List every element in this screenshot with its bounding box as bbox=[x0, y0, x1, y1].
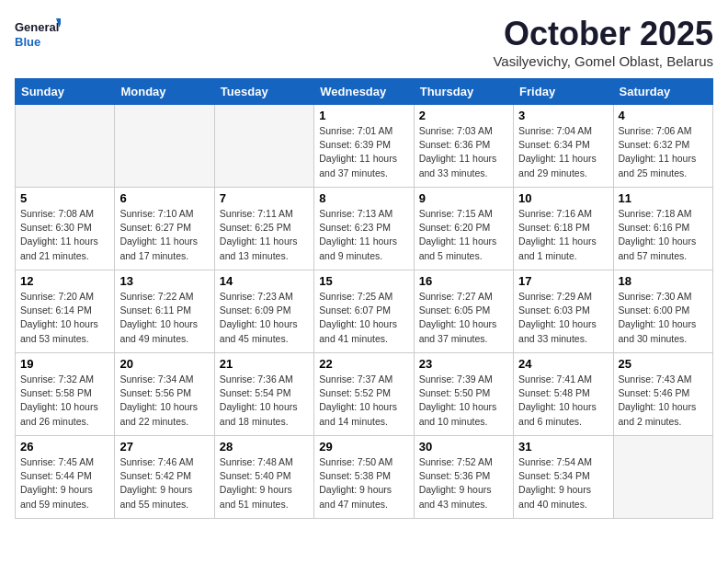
calendar-cell: 8Sunrise: 7:13 AM Sunset: 6:23 PM Daylig… bbox=[314, 188, 414, 270]
day-number: 11 bbox=[619, 191, 708, 205]
calendar-cell: 27Sunrise: 7:46 AM Sunset: 5:42 PM Dayli… bbox=[115, 436, 214, 519]
month-title: October 2025 bbox=[493, 15, 713, 53]
calendar-cell: 7Sunrise: 7:11 AM Sunset: 6:25 PM Daylig… bbox=[214, 188, 313, 270]
calendar-cell: 18Sunrise: 7:30 AM Sunset: 6:00 PM Dayli… bbox=[613, 270, 712, 353]
calendar-cell: 28Sunrise: 7:48 AM Sunset: 5:40 PM Dayli… bbox=[214, 436, 313, 519]
day-number: 29 bbox=[319, 440, 408, 454]
calendar-cell: 13Sunrise: 7:22 AM Sunset: 6:11 PM Dayli… bbox=[115, 270, 214, 353]
day-info: Sunrise: 7:27 AM Sunset: 6:05 PM Dayligh… bbox=[419, 290, 508, 346]
calendar-week-row: 26Sunrise: 7:45 AM Sunset: 5:44 PM Dayli… bbox=[16, 436, 713, 519]
day-info: Sunrise: 7:50 AM Sunset: 5:38 PM Dayligh… bbox=[319, 455, 408, 511]
day-info: Sunrise: 7:46 AM Sunset: 5:42 PM Dayligh… bbox=[119, 455, 209, 511]
day-info: Sunrise: 7:20 AM Sunset: 6:14 PM Dayligh… bbox=[20, 290, 109, 346]
weekday-header: Saturday bbox=[613, 79, 712, 105]
day-info: Sunrise: 7:34 AM Sunset: 5:56 PM Dayligh… bbox=[119, 373, 209, 429]
calendar-cell: 5Sunrise: 7:08 AM Sunset: 6:30 PM Daylig… bbox=[16, 188, 115, 270]
day-info: Sunrise: 7:16 AM Sunset: 6:18 PM Dayligh… bbox=[518, 207, 608, 263]
day-info: Sunrise: 7:29 AM Sunset: 6:03 PM Dayligh… bbox=[518, 290, 608, 346]
calendar-cell: 4Sunrise: 7:06 AM Sunset: 6:32 PM Daylig… bbox=[613, 105, 712, 188]
svg-text:Blue: Blue bbox=[15, 35, 40, 49]
weekday-header: Wednesday bbox=[314, 79, 414, 105]
calendar-cell: 15Sunrise: 7:25 AM Sunset: 6:07 PM Dayli… bbox=[314, 270, 414, 353]
weekday-header: Sunday bbox=[16, 79, 115, 105]
day-number: 8 bbox=[319, 191, 408, 205]
calendar-week-row: 19Sunrise: 7:32 AM Sunset: 5:58 PM Dayli… bbox=[16, 353, 713, 436]
day-number: 20 bbox=[119, 357, 209, 371]
day-number: 31 bbox=[518, 440, 608, 454]
title-area: October 2025 Vasilyevichy, Gomel Oblast,… bbox=[493, 15, 713, 69]
day-info: Sunrise: 7:15 AM Sunset: 6:20 PM Dayligh… bbox=[419, 207, 508, 263]
calendar-cell: 2Sunrise: 7:03 AM Sunset: 6:36 PM Daylig… bbox=[414, 105, 513, 188]
calendar-cell: 29Sunrise: 7:50 AM Sunset: 5:38 PM Dayli… bbox=[314, 436, 414, 519]
day-info: Sunrise: 7:11 AM Sunset: 6:25 PM Dayligh… bbox=[220, 207, 309, 263]
day-number: 19 bbox=[20, 357, 109, 371]
day-number: 13 bbox=[119, 274, 209, 288]
calendar-cell: 12Sunrise: 7:20 AM Sunset: 6:14 PM Dayli… bbox=[16, 270, 115, 353]
calendar-week-row: 12Sunrise: 7:20 AM Sunset: 6:14 PM Dayli… bbox=[16, 270, 713, 353]
weekday-header: Tuesday bbox=[214, 79, 313, 105]
calendar-cell: 20Sunrise: 7:34 AM Sunset: 5:56 PM Dayli… bbox=[115, 353, 214, 436]
calendar-cell: 25Sunrise: 7:43 AM Sunset: 5:46 PM Dayli… bbox=[613, 353, 712, 436]
day-number: 25 bbox=[619, 357, 708, 371]
day-number: 6 bbox=[119, 191, 209, 205]
day-number: 27 bbox=[119, 440, 209, 454]
day-number: 15 bbox=[319, 274, 408, 288]
day-number: 26 bbox=[20, 440, 109, 454]
calendar-cell: 22Sunrise: 7:37 AM Sunset: 5:52 PM Dayli… bbox=[314, 353, 414, 436]
calendar-cell bbox=[214, 105, 313, 188]
calendar-cell: 6Sunrise: 7:10 AM Sunset: 6:27 PM Daylig… bbox=[115, 188, 214, 270]
day-number: 17 bbox=[518, 274, 608, 288]
day-number: 24 bbox=[518, 357, 608, 371]
calendar-cell: 30Sunrise: 7:52 AM Sunset: 5:36 PM Dayli… bbox=[414, 436, 513, 519]
day-info: Sunrise: 7:45 AM Sunset: 5:44 PM Dayligh… bbox=[20, 455, 109, 511]
header: General Blue October 2025 Vasilyevichy, … bbox=[15, 15, 713, 69]
day-info: Sunrise: 7:03 AM Sunset: 6:36 PM Dayligh… bbox=[419, 124, 508, 180]
day-info: Sunrise: 7:25 AM Sunset: 6:07 PM Dayligh… bbox=[319, 290, 408, 346]
day-number: 2 bbox=[419, 109, 508, 122]
calendar-cell: 10Sunrise: 7:16 AM Sunset: 6:18 PM Dayli… bbox=[514, 188, 613, 270]
day-info: Sunrise: 7:18 AM Sunset: 6:16 PM Dayligh… bbox=[619, 207, 708, 263]
day-info: Sunrise: 7:04 AM Sunset: 6:34 PM Dayligh… bbox=[518, 124, 608, 180]
day-number: 9 bbox=[419, 191, 508, 205]
day-number: 23 bbox=[419, 357, 508, 371]
calendar-cell bbox=[16, 105, 115, 188]
calendar-cell: 14Sunrise: 7:23 AM Sunset: 6:09 PM Dayli… bbox=[214, 270, 313, 353]
day-number: 22 bbox=[319, 357, 408, 371]
calendar-cell: 26Sunrise: 7:45 AM Sunset: 5:44 PM Dayli… bbox=[16, 436, 115, 519]
day-info: Sunrise: 7:08 AM Sunset: 6:30 PM Dayligh… bbox=[20, 207, 109, 263]
calendar-table: SundayMondayTuesdayWednesdayThursdayFrid… bbox=[15, 78, 713, 519]
day-info: Sunrise: 7:10 AM Sunset: 6:27 PM Dayligh… bbox=[119, 207, 209, 263]
day-info: Sunrise: 7:54 AM Sunset: 5:34 PM Dayligh… bbox=[518, 455, 608, 511]
day-info: Sunrise: 7:32 AM Sunset: 5:58 PM Dayligh… bbox=[20, 373, 109, 429]
calendar-cell: 9Sunrise: 7:15 AM Sunset: 6:20 PM Daylig… bbox=[414, 188, 513, 270]
day-info: Sunrise: 7:37 AM Sunset: 5:52 PM Dayligh… bbox=[319, 373, 408, 429]
day-info: Sunrise: 7:06 AM Sunset: 6:32 PM Dayligh… bbox=[619, 124, 708, 180]
day-number: 14 bbox=[220, 274, 309, 288]
day-number: 3 bbox=[518, 109, 608, 122]
calendar-cell: 1Sunrise: 7:01 AM Sunset: 6:39 PM Daylig… bbox=[314, 105, 414, 188]
calendar-cell: 31Sunrise: 7:54 AM Sunset: 5:34 PM Dayli… bbox=[514, 436, 613, 519]
day-number: 18 bbox=[619, 274, 708, 288]
day-number: 7 bbox=[220, 191, 309, 205]
day-info: Sunrise: 7:52 AM Sunset: 5:36 PM Dayligh… bbox=[419, 455, 508, 511]
day-info: Sunrise: 7:39 AM Sunset: 5:50 PM Dayligh… bbox=[419, 373, 508, 429]
day-number: 30 bbox=[419, 440, 508, 454]
logo-svg: General Blue bbox=[15, 15, 61, 55]
calendar-cell: 17Sunrise: 7:29 AM Sunset: 6:03 PM Dayli… bbox=[514, 270, 613, 353]
calendar-cell: 3Sunrise: 7:04 AM Sunset: 6:34 PM Daylig… bbox=[514, 105, 613, 188]
day-info: Sunrise: 7:22 AM Sunset: 6:11 PM Dayligh… bbox=[119, 290, 209, 346]
calendar-week-row: 1Sunrise: 7:01 AM Sunset: 6:39 PM Daylig… bbox=[16, 105, 713, 188]
calendar-cell bbox=[115, 105, 214, 188]
day-info: Sunrise: 7:01 AM Sunset: 6:39 PM Dayligh… bbox=[319, 124, 408, 180]
day-number: 21 bbox=[220, 357, 309, 371]
svg-text:General: General bbox=[15, 20, 59, 34]
day-info: Sunrise: 7:43 AM Sunset: 5:46 PM Dayligh… bbox=[619, 373, 708, 429]
calendar-cell: 11Sunrise: 7:18 AM Sunset: 6:16 PM Dayli… bbox=[613, 188, 712, 270]
calendar-header-row: SundayMondayTuesdayWednesdayThursdayFrid… bbox=[16, 79, 713, 105]
day-number: 1 bbox=[319, 109, 408, 122]
weekday-header: Monday bbox=[115, 79, 214, 105]
day-number: 10 bbox=[518, 191, 608, 205]
day-number: 5 bbox=[20, 191, 109, 205]
calendar-week-row: 5Sunrise: 7:08 AM Sunset: 6:30 PM Daylig… bbox=[16, 188, 713, 270]
day-info: Sunrise: 7:23 AM Sunset: 6:09 PM Dayligh… bbox=[220, 290, 309, 346]
